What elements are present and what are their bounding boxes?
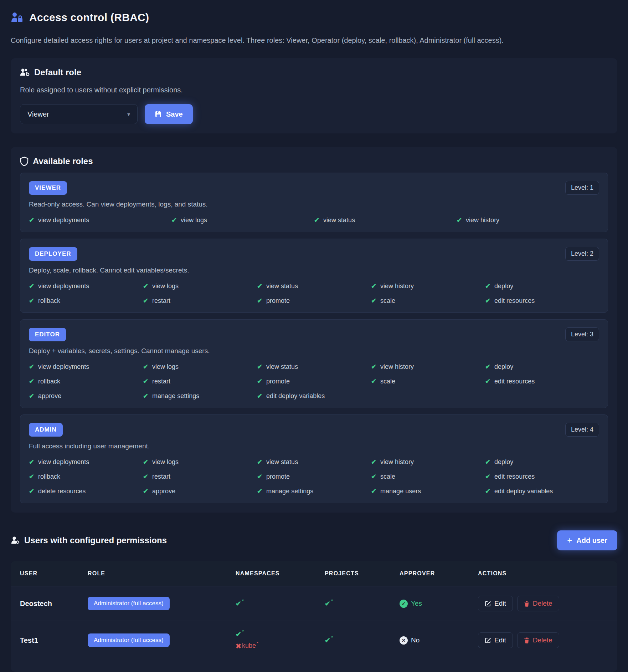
table-row: Test1 Administrator (full access) ✔ * ✖ …: [11, 621, 617, 672]
trash-icon: [524, 600, 530, 607]
users-gear-icon: [20, 68, 30, 77]
check-icon: ✔: [143, 297, 148, 305]
permission-item: ✔view logs: [171, 216, 314, 224]
wildcard-label: *: [242, 629, 244, 634]
check-icon: ✔: [371, 363, 376, 371]
check-icon: ✔: [143, 363, 148, 371]
permission-item: ✔view history: [371, 363, 485, 371]
permission-label: view history: [466, 217, 499, 224]
check-icon: ✔: [257, 473, 262, 480]
edit-button[interactable]: Edit: [478, 632, 513, 648]
check-icon: ✔: [29, 392, 34, 400]
permission-item: ✔deploy: [485, 363, 599, 371]
permission-label: approve: [152, 488, 175, 495]
permission-label: promote: [266, 378, 290, 385]
user-lock-icon: [11, 12, 24, 23]
wildcard-label: *: [242, 598, 244, 604]
edit-button[interactable]: Edit: [478, 596, 513, 611]
approver-label: No: [411, 636, 419, 644]
permission-item: ✔restart: [143, 377, 257, 385]
permission-item: ✔view deployments: [29, 282, 143, 290]
check-icon: ✔: [143, 473, 148, 480]
wildcard-label: *: [331, 598, 333, 604]
permission-label: restart: [152, 378, 170, 385]
permission-label: edit resources: [494, 297, 535, 305]
role-pill: Administrator (full access): [88, 597, 170, 610]
permission-label: manage settings: [266, 488, 313, 495]
role-badge: DEPLOYER: [29, 247, 77, 261]
check-icon: ✔: [257, 297, 262, 305]
permission-item: ✔manage users: [371, 487, 485, 495]
permission-label: view logs: [181, 217, 207, 224]
users-section-title: Users with configured permissions: [24, 535, 167, 545]
permission-item: ✔deploy: [485, 458, 599, 466]
permission-label: scale: [380, 473, 395, 480]
table-row: Deostech Administrator (full access) ✔ *…: [11, 586, 617, 621]
permission-item: ✔rollback: [29, 377, 143, 385]
edit-icon: [485, 637, 491, 643]
check-icon: ✔: [143, 377, 148, 385]
check-icon: ✔: [29, 282, 34, 290]
check-icon: ✔: [485, 297, 490, 305]
page-header: Access control (RBAC): [11, 11, 617, 24]
delete-button-label: Delete: [533, 600, 552, 607]
check-icon: ✔: [257, 377, 262, 385]
available-roles-title: Available roles: [33, 156, 93, 166]
circle-check-icon: ✓: [400, 600, 408, 608]
permission-item: ✔scale: [371, 473, 485, 480]
permission-item: ✔view logs: [143, 363, 257, 371]
check-icon: ✔: [257, 282, 262, 290]
delete-button[interactable]: Delete: [517, 596, 559, 611]
permission-label: view deployments: [38, 458, 89, 466]
table-header-row: USER ROLE NAMESPACES PROJECTS APPROVER A…: [11, 561, 617, 586]
permission-label: view status: [323, 217, 355, 224]
permission-label: rollback: [38, 378, 60, 385]
delete-button-label: Delete: [533, 636, 552, 644]
actions-cell: Edit Delete: [478, 632, 617, 648]
add-user-button-label: Add user: [576, 536, 607, 545]
permission-label: delete resources: [38, 488, 86, 495]
edit-icon: [485, 600, 491, 607]
default-role-title: Default role: [34, 67, 81, 77]
default-role-card: Default role Role assigned to users with…: [11, 58, 617, 133]
role-badge: VIEWER: [29, 181, 67, 195]
column-header-user: USER: [20, 570, 88, 577]
check-icon: ✔: [143, 458, 148, 466]
permission-item: ✔view status: [314, 216, 457, 224]
add-user-button[interactable]: + Add user: [557, 530, 617, 550]
check-icon: ✔: [29, 487, 34, 495]
check-icon: ✔: [371, 458, 376, 466]
user-gear-icon: [11, 536, 20, 545]
check-icon: ✔: [371, 377, 376, 385]
excluded-namespace-label: kube: [242, 642, 256, 650]
check-icon: ✔: [29, 216, 34, 224]
check-icon: ✔: [325, 600, 330, 608]
check-icon: ✔: [325, 636, 330, 645]
permission-item: ✔scale: [371, 297, 485, 305]
permission-label: view logs: [152, 458, 179, 466]
permission-label: manage users: [380, 488, 421, 495]
permission-item: ✔scale: [371, 377, 485, 385]
save-button[interactable]: Save: [145, 104, 193, 124]
role-description: Deploy + variables, secrets, settings. C…: [29, 347, 599, 355]
permission-label: view history: [380, 282, 414, 290]
available-roles-card: Available roles VIEWER Level: 1 Read-onl…: [11, 147, 617, 513]
check-icon: ✔: [257, 487, 262, 495]
permission-label: view status: [266, 458, 298, 466]
check-icon: ✔: [457, 216, 462, 224]
delete-button[interactable]: Delete: [517, 632, 559, 648]
page-title: Access control (RBAC): [29, 11, 149, 24]
user-name: Deostech: [20, 600, 88, 608]
check-icon: ✔: [371, 473, 376, 480]
role-description: Deploy, scale, rollback. Cannot edit var…: [29, 266, 599, 274]
permission-label: view status: [266, 363, 298, 371]
level-badge: Level: 4: [565, 423, 599, 437]
edit-button-label: Edit: [494, 636, 506, 644]
permission-label: rollback: [38, 297, 60, 305]
wildcard-label: *: [331, 635, 333, 640]
save-icon: [155, 111, 162, 118]
wildcard-label: *: [257, 641, 258, 646]
default-role-select[interactable]: Viewer ▾: [20, 104, 138, 124]
role-pill: Administrator (full access): [88, 633, 170, 647]
permission-label: view logs: [152, 363, 179, 371]
